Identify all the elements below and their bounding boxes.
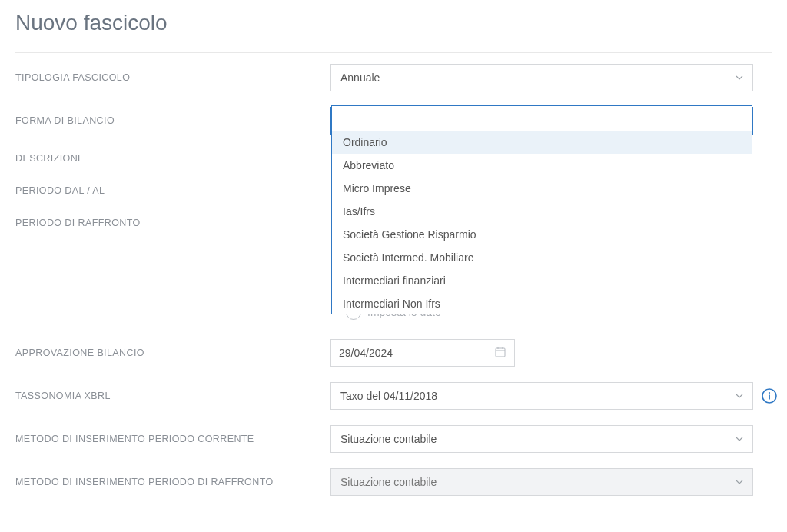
dropdown-item-micro-imprese[interactable]: Micro Imprese	[332, 177, 752, 200]
info-icon[interactable]	[761, 387, 778, 404]
row-metodo-raffronto: METODO DI INSERIMENTO PERIODO DI RAFFRON…	[15, 461, 772, 504]
date-approvazione-value: 29/04/2024	[339, 347, 393, 359]
calendar-icon	[494, 346, 506, 361]
label-approvazione-bilancio: APPROVAZIONE BILANCIO	[15, 347, 330, 358]
label-tassonomia-xbrl: TASSONOMIA XBRL	[15, 391, 330, 401]
select-metodo-corrente[interactable]: Situazione contabile	[330, 425, 753, 453]
select-tipologia-fascicolo[interactable]: Annuale	[330, 64, 753, 91]
svg-rect-6	[769, 395, 770, 400]
dropdown-item-intermediari-non-ifrs[interactable]: Intermediari Non Ifrs	[332, 292, 752, 314]
label-forma-di-bilancio: FORMA DI BILANCIO	[15, 115, 330, 126]
dropdown-item-ias-ifrs[interactable]: Ias/Ifrs	[332, 200, 752, 223]
select-tassonomia-value: Taxo del 04/11/2018	[340, 390, 437, 402]
select-metodo-raffronto-value: Situazione contabile	[340, 476, 437, 488]
row-metodo-corrente: METODO DI INSERIMENTO PERIODO CORRENTE S…	[15, 417, 772, 461]
dropdown-item-societa-intermed-mobiliare[interactable]: Società Intermed. Mobiliare	[332, 246, 752, 269]
dropdown-item-societa-gestione-risparmio[interactable]: Società Gestione Risparmio	[332, 223, 752, 246]
select-metodo-corrente-value: Situazione contabile	[340, 433, 437, 445]
chevron-down-icon	[734, 477, 745, 487]
date-approvazione-bilancio[interactable]: 29/04/2024	[330, 339, 515, 367]
chevron-down-icon	[734, 391, 745, 401]
dropdown-search-area[interactable]	[332, 106, 752, 131]
label-metodo-corrente: METODO DI INSERIMENTO PERIODO CORRENTE	[15, 434, 330, 444]
chevron-down-icon	[734, 72, 745, 83]
dropdown-item-intermediari-finanziari[interactable]: Intermediari finanziari	[332, 269, 752, 292]
chevron-down-icon	[734, 434, 745, 444]
svg-rect-0	[496, 348, 505, 357]
dropdown-forma-di-bilancio: Ordinario Abbreviato Micro Imprese Ias/I…	[331, 105, 752, 314]
row-tipologia-fascicolo: TIPOLOGIA FASCICOLO Annuale	[15, 56, 772, 99]
page-title: Nuovo fascicolo	[0, 0, 787, 38]
dropdown-item-abbreviato[interactable]: Abbreviato	[332, 154, 752, 177]
label-periodo-dal-al: PERIODO DAL / AL	[15, 185, 330, 196]
select-metodo-raffronto: Situazione contabile	[330, 468, 753, 496]
label-metodo-raffronto: METODO DI INSERIMENTO PERIODO DI RAFFRON…	[15, 477, 330, 487]
dropdown-list[interactable]: Ordinario Abbreviato Micro Imprese Ias/I…	[332, 131, 752, 314]
row-tassonomia-xbrl: TASSONOMIA XBRL Taxo del 04/11/2018	[15, 374, 772, 417]
svg-point-5	[769, 392, 770, 394]
label-periodo-raffronto: PERIODO DI RAFFRONTO	[15, 218, 330, 228]
row-approvazione-bilancio: APPROVAZIONE BILANCIO 29/04/2024	[15, 331, 772, 374]
label-descrizione: DESCRIZIONE	[15, 153, 330, 164]
dropdown-item-ordinario[interactable]: Ordinario	[332, 131, 752, 154]
label-tipologia-fascicolo: TIPOLOGIA FASCICOLO	[15, 72, 330, 83]
select-tassonomia-xbrl[interactable]: Taxo del 04/11/2018	[330, 382, 753, 410]
select-tipologia-value: Annuale	[340, 71, 380, 84]
